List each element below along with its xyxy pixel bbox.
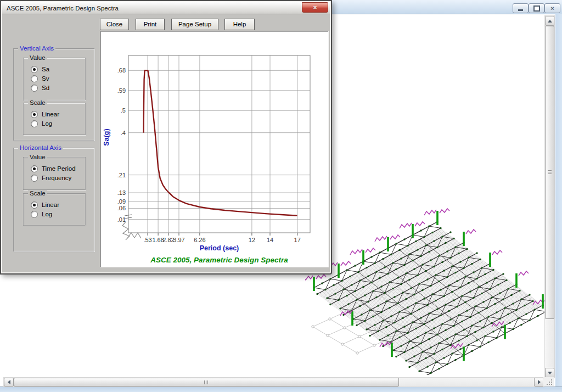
base-wire [345, 328, 359, 337]
joint-node [410, 287, 412, 289]
joint-node [469, 290, 471, 292]
radio-icon[interactable] [31, 75, 38, 82]
scroll-up-button[interactable] [545, 16, 554, 26]
horizontal-scrollbar[interactable] [3, 377, 544, 387]
base-node [312, 326, 314, 328]
radio-log[interactable]: Log [31, 210, 52, 218]
joint-node [532, 300, 533, 302]
spring-icon [492, 250, 502, 255]
minimize-button[interactable] [513, 3, 529, 13]
close-window-button[interactable]: × [544, 3, 560, 13]
radio-icon[interactable] [31, 120, 38, 127]
joint-node [398, 249, 400, 251]
horizontal-scroll-thumb[interactable] [14, 378, 399, 387]
joint-node [426, 304, 428, 306]
joint-node [466, 335, 468, 337]
joint-node [441, 236, 443, 237]
joint-node [461, 321, 463, 322]
joint-node [435, 361, 436, 363]
joint-node [499, 292, 501, 294]
scroll-right-button[interactable] [534, 378, 544, 387]
joint-node [413, 294, 415, 295]
joint-node [520, 324, 522, 326]
joint-node [453, 325, 454, 327]
radio-icon[interactable] [31, 201, 38, 209]
radio-label: Sv [42, 75, 49, 82]
radio-linear[interactable]: Linear [31, 110, 59, 118]
joint-node [482, 301, 484, 303]
joint-node [380, 285, 382, 287]
joint-node [428, 225, 430, 227]
radio-icon[interactable] [31, 85, 38, 92]
scroll-down-button[interactable] [545, 368, 554, 378]
radio-log[interactable]: Log [31, 120, 52, 127]
joint-node [433, 353, 435, 355]
scale-caption: Scale [28, 99, 47, 106]
radio-sv[interactable]: Sv [31, 75, 49, 82]
joint-node [512, 303, 514, 304]
joint-node [423, 236, 425, 238]
joint-node [351, 284, 352, 285]
joint-node [454, 246, 456, 248]
joint-node [417, 249, 418, 250]
joint-node [438, 281, 440, 282]
page-setup-button[interactable]: Page Setup [171, 19, 218, 30]
radio-frequency[interactable]: Frequency [31, 174, 71, 182]
joint-node [463, 329, 464, 331]
joint-node [372, 316, 374, 317]
joint-node [316, 293, 318, 295]
support-post [436, 211, 439, 225]
joint-node [517, 317, 519, 319]
radio-sd[interactable]: Sd [31, 84, 49, 92]
joint-node [425, 244, 426, 246]
joint-node [431, 232, 433, 233]
radio-icon[interactable] [31, 211, 38, 218]
radio-icon[interactable] [31, 111, 38, 118]
arrow-up-icon [548, 20, 552, 23]
joint-node [408, 279, 410, 281]
print-button[interactable]: Print [136, 19, 165, 30]
radio-icon[interactable] [31, 66, 38, 73]
vertical-value-group: Value SaSvSd [23, 58, 86, 100]
joint-node [436, 247, 438, 248]
joint-node [403, 326, 405, 327]
radio-linear[interactable]: Linear [31, 201, 59, 209]
restore-button[interactable] [529, 3, 544, 13]
joint-node [471, 263, 473, 265]
radio-icon[interactable] [31, 165, 38, 172]
joint-node [354, 265, 356, 266]
resize-grip-icon[interactable] [547, 379, 553, 385]
radio-sa[interactable]: Sa [31, 65, 49, 73]
vertical-scrollbar[interactable] [544, 15, 555, 378]
joint-node [367, 275, 369, 277]
joint-node [458, 314, 459, 316]
joint-node [394, 296, 395, 298]
dialog-titlebar[interactable]: ASCE 2005, Parametric Design Spectra × [2, 2, 330, 14]
support-post [463, 232, 465, 246]
support-post [313, 277, 315, 291]
joint-node [468, 282, 469, 284]
joint-node [342, 314, 344, 316]
scroll-left-button[interactable] [4, 378, 14, 387]
joint-node [422, 289, 423, 291]
radio-label: Frequency [42, 175, 71, 181]
joint-node [413, 355, 415, 357]
radio-time-period[interactable]: Time Period [31, 165, 76, 172]
vertical-scroll-thumb[interactable] [545, 26, 554, 319]
radio-icon[interactable] [31, 175, 38, 182]
close-button[interactable]: Close [100, 19, 129, 30]
joint-node [385, 300, 387, 302]
radio-label: Log [42, 211, 52, 217]
support-post [489, 253, 491, 267]
dialog-close-button[interactable]: × [302, 2, 328, 13]
y-tick-label: .5 [121, 107, 126, 114]
joint-node [412, 321, 413, 323]
joint-node [533, 309, 535, 310]
base-node [356, 352, 358, 354]
spring-icon [424, 210, 436, 215]
joint-node [449, 318, 451, 320]
help-button[interactable]: Help [224, 19, 255, 30]
joint-node [420, 317, 422, 318]
joint-node [389, 307, 390, 309]
joint-node [341, 280, 342, 282]
